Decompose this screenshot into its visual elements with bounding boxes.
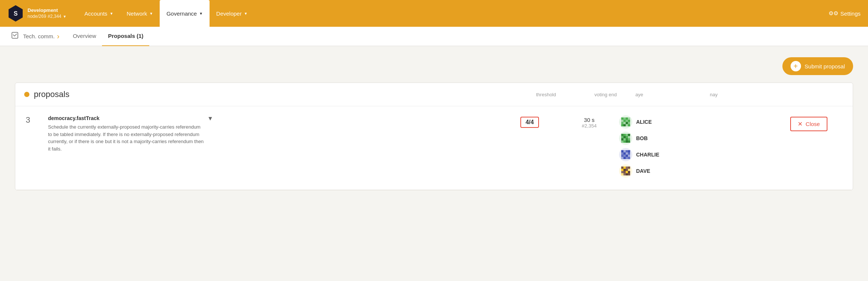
- logo-area[interactable]: S Development node/269 #2,344 ▼: [7, 5, 67, 22]
- close-button-area: ✕ Close: [775, 115, 842, 131]
- proposals-dot-icon: [24, 92, 29, 97]
- svg-rect-45: [621, 155, 623, 157]
- close-button[interactable]: ✕ Close: [790, 117, 827, 131]
- svg-rect-31: [628, 138, 630, 140]
- submit-proposal-button[interactable]: + Submit proposal: [782, 57, 853, 75]
- settings-area[interactable]: ⚙⚙ Settings: [829, 10, 861, 17]
- svg-rect-42: [623, 152, 626, 155]
- svg-rect-34: [626, 140, 628, 143]
- proposal-content: democracy.fastTrack Schedule the current…: [48, 115, 204, 152]
- svg-rect-60: [626, 169, 628, 171]
- aye-voters: ALICE: [619, 115, 701, 181]
- proposal-function: democracy.fastTrack: [48, 115, 204, 121]
- voter-charlie-name: CHARLIE: [636, 152, 659, 158]
- avatar-bob: [619, 132, 632, 145]
- svg-rect-4: [623, 117, 626, 120]
- svg-rect-47: [626, 155, 628, 157]
- svg-rect-39: [626, 150, 628, 152]
- svg-rect-6: [628, 117, 630, 120]
- accounts-arrow: ▼: [109, 12, 113, 16]
- expand-arrow-icon[interactable]: ▼: [207, 115, 213, 122]
- threshold-area: 4/4: [500, 115, 559, 128]
- submit-label: Submit proposal: [805, 63, 845, 70]
- svg-rect-13: [626, 122, 628, 124]
- developer-arrow: ▼: [244, 12, 248, 16]
- svg-rect-37: [621, 150, 623, 152]
- network-arrow: ▼: [149, 12, 153, 16]
- svg-rect-18: [628, 124, 630, 126]
- svg-rect-12: [623, 122, 626, 124]
- node-info: Development node/269 #2,344 ▼: [28, 7, 67, 19]
- settings-label: Settings: [840, 10, 861, 17]
- svg-rect-57: [628, 167, 630, 169]
- voting-end-block: #2,354: [559, 123, 619, 129]
- col-nay: nay: [710, 92, 784, 97]
- svg-rect-69: [628, 173, 630, 175]
- svg-rect-26: [626, 136, 628, 138]
- svg-rect-63: [623, 171, 626, 173]
- voter-bob: BOB: [619, 132, 701, 145]
- submit-area: + Submit proposal: [15, 57, 853, 75]
- plus-icon: +: [791, 61, 801, 71]
- voter-alice-name: ALICE: [636, 119, 652, 125]
- svg-rect-51: [626, 157, 628, 159]
- svg-rect-16: [623, 124, 626, 126]
- svg-rect-64: [626, 171, 628, 173]
- settings-gear-icon: ⚙⚙: [829, 10, 838, 17]
- tab-overview[interactable]: Overview: [67, 27, 102, 46]
- proposals-title: proposals: [34, 90, 516, 99]
- svg-rect-49: [621, 157, 623, 159]
- svg-rect-33: [623, 140, 626, 143]
- network-label: Network: [127, 10, 147, 17]
- nav-network[interactable]: Network ▼: [120, 0, 160, 27]
- svg-rect-48: [628, 155, 630, 157]
- svg-rect-24: [621, 136, 623, 138]
- main-header: S Development node/269 #2,344 ▼ Accounts…: [0, 0, 868, 27]
- proposal-content-area: democracy.fastTrack Schedule the current…: [48, 115, 500, 152]
- svg-rect-25: [623, 136, 626, 138]
- svg-rect-43: [626, 152, 628, 155]
- nav-governance[interactable]: Governance ▼: [160, 0, 210, 27]
- svg-rect-27: [628, 136, 630, 138]
- developer-label: Developer: [216, 10, 242, 17]
- svg-rect-58: [621, 169, 623, 171]
- svg-rect-40: [628, 150, 630, 152]
- svg-rect-17: [626, 124, 628, 126]
- svg-rect-29: [623, 138, 626, 140]
- sub-navigation: Tech. comm. › Overview Proposals (1): [0, 27, 868, 46]
- svg-rect-11: [621, 122, 623, 124]
- svg-rect-61: [628, 169, 630, 171]
- svg-rect-20: [621, 134, 623, 136]
- svg-rect-30: [626, 138, 628, 140]
- svg-rect-35: [628, 140, 630, 143]
- svg-rect-62: [621, 171, 623, 173]
- proposal-description: Schedule the currently externally-propos…: [48, 123, 204, 152]
- svg-rect-22: [626, 134, 628, 136]
- voting-end: 30 s #2,354: [559, 115, 619, 129]
- close-label: Close: [805, 121, 820, 127]
- governance-label: Governance: [166, 10, 197, 17]
- governance-arrow: ▼: [199, 12, 203, 16]
- svg-rect-59: [623, 169, 626, 171]
- avatar-dave: [619, 164, 632, 178]
- threshold-badge: 4/4: [520, 117, 539, 128]
- main-content: + Submit proposal proposals threshold vo…: [0, 46, 868, 281]
- svg-rect-21: [623, 134, 626, 136]
- proposal-number: 3: [26, 115, 48, 125]
- avatar-alice: [619, 115, 632, 129]
- node-dropdown-arrow: ▼: [63, 14, 67, 19]
- voter-dave-name: DAVE: [636, 168, 650, 174]
- tab-proposals[interactable]: Proposals (1): [102, 27, 149, 46]
- logo-icon: S: [7, 5, 24, 22]
- svg-rect-46: [623, 155, 626, 157]
- close-x-icon: ✕: [798, 120, 802, 127]
- svg-rect-7: [621, 120, 623, 122]
- nav-developer[interactable]: Developer ▼: [210, 0, 254, 27]
- svg-rect-50: [623, 157, 626, 159]
- voter-alice: ALICE: [619, 115, 701, 129]
- voter-bob-name: BOB: [636, 135, 648, 141]
- proposals-header: proposals threshold voting end aye nay: [15, 83, 853, 106]
- proposals-card: proposals threshold voting end aye nay 3…: [15, 83, 853, 190]
- breadcrumb-separator: ›: [57, 32, 60, 41]
- nav-accounts[interactable]: Accounts ▼: [78, 0, 120, 27]
